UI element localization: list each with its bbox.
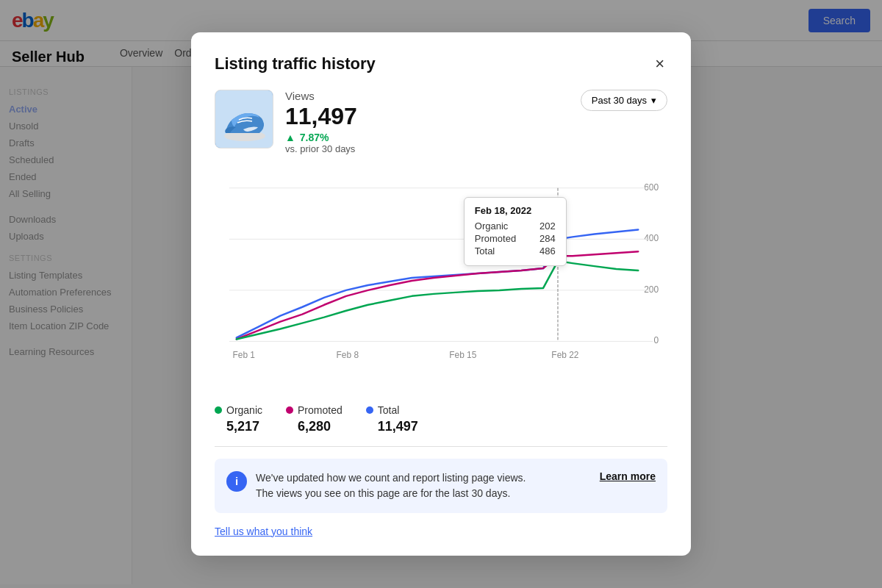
change-percent: 7.87% <box>300 132 329 143</box>
legend-item-promoted: Promoted 6,280 <box>286 404 343 434</box>
views-number: 11,497 <box>285 104 569 129</box>
tooltip-label-promoted: Promoted <box>475 233 516 244</box>
divider <box>215 446 667 447</box>
tooltip-label-organic: Organic <box>475 220 509 232</box>
organic-dot <box>215 406 222 414</box>
svg-text:Feb 22: Feb 22 <box>551 350 578 360</box>
period-label: Past 30 days <box>592 95 647 106</box>
svg-text:600: 600 <box>644 182 659 192</box>
chevron-down-icon: ▾ <box>651 95 656 106</box>
product-summary: Views 11,497 ▲ 7.87% vs. prior 30 days P… <box>215 90 667 154</box>
legend-item-organic: Organic 5,217 <box>215 404 262 434</box>
tooltip-label-total: Total <box>475 245 495 257</box>
tooltip-row-total: Total 486 <box>475 245 556 257</box>
legend-label-organic: Organic <box>226 404 262 416</box>
sneaker-illustration <box>215 90 273 148</box>
legend-value-total: 11,497 <box>378 419 418 434</box>
svg-text:200: 200 <box>644 284 659 294</box>
promoted-dot <box>286 406 293 414</box>
info-icon: i <box>226 471 247 492</box>
close-button[interactable]: × <box>652 53 667 75</box>
change-arrow-icon: ▲ <box>285 132 295 143</box>
tooltip-date: Feb 18, 2022 <box>475 205 556 216</box>
svg-text:Feb 8: Feb 8 <box>337 350 359 360</box>
legend-value-organic: 5,217 <box>226 419 262 434</box>
info-text: We've updated how we count and report li… <box>256 470 582 501</box>
tooltip-value-organic: 202 <box>539 220 556 232</box>
svg-text:Feb 1: Feb 1 <box>233 350 256 360</box>
views-label: Views <box>285 90 569 102</box>
views-prior: vs. prior 30 days <box>285 143 569 154</box>
tooltip-row-promoted: Promoted 284 <box>475 233 556 244</box>
listing-traffic-modal: Listing traffic history × <box>191 32 691 555</box>
svg-text:400: 400 <box>644 233 659 243</box>
product-image <box>215 90 273 148</box>
legend-value-promoted: 6,280 <box>298 419 343 434</box>
period-selector-button[interactable]: Past 30 days ▾ <box>581 90 667 111</box>
feedback-link[interactable]: Tell us what you think <box>215 526 312 537</box>
chart-legend: Organic 5,217 Promoted 6,280 Total 11,49… <box>215 401 667 434</box>
modal-title: Listing traffic history <box>215 54 376 74</box>
modal-footer: Tell us what you think <box>215 525 667 538</box>
total-dot <box>366 406 373 414</box>
views-change: ▲ 7.87% <box>285 132 569 143</box>
tooltip-value-promoted: 284 <box>539 233 556 244</box>
info-banner: i We've updated how we count and report … <box>215 459 667 513</box>
legend-item-total: Total 11,497 <box>366 404 418 434</box>
chart-tooltip: Feb 18, 2022 Organic 202 Promoted 284 To… <box>464 197 567 266</box>
svg-text:0: 0 <box>653 335 659 345</box>
legend-label-promoted: Promoted <box>298 404 343 416</box>
chart-container: 600 400 200 0 Feb 1 Feb 8 Feb 15 Feb 22 <box>215 169 667 390</box>
legend-label-total: Total <box>378 404 400 416</box>
tooltip-row-organic: Organic 202 <box>475 220 556 232</box>
svg-text:Feb 15: Feb 15 <box>449 350 476 360</box>
tooltip-value-total: 486 <box>539 245 556 257</box>
traffic-chart: 600 400 200 0 Feb 1 Feb 8 Feb 15 Feb 22 <box>215 169 667 390</box>
modal-header: Listing traffic history × <box>215 53 667 75</box>
product-stats: Views 11,497 ▲ 7.87% vs. prior 30 days <box>285 90 569 154</box>
learn-more-link[interactable]: Learn more <box>600 470 656 482</box>
modal-overlay: Listing traffic history × <box>0 0 882 588</box>
